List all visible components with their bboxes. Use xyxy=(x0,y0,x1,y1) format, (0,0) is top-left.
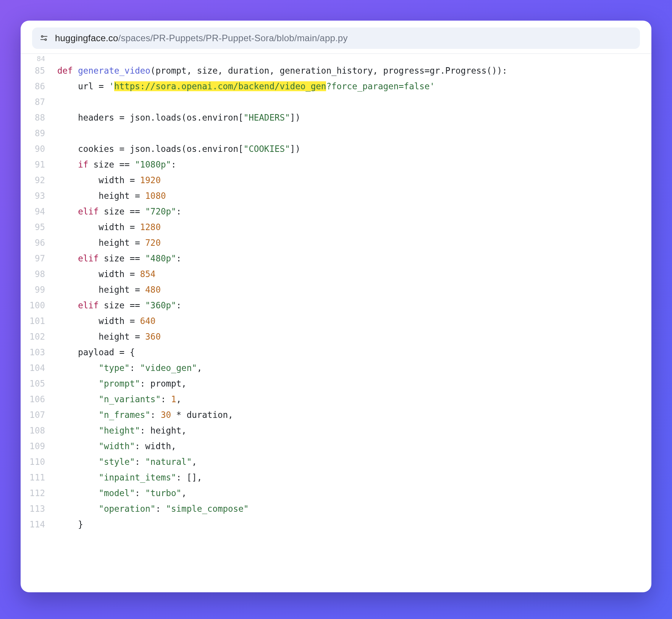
line-number: 110 xyxy=(21,454,47,470)
code-content: width = 1280 xyxy=(47,219,161,235)
code-line: 112 "model": "turbo", xyxy=(21,485,651,501)
code-content: height = 720 xyxy=(47,235,161,251)
code-content: "operation": "simple_compose" xyxy=(47,501,249,517)
code-line: 95 width = 1280 xyxy=(21,219,651,235)
code-content: "width": width, xyxy=(47,438,176,454)
line-number: 92 xyxy=(21,172,47,188)
line-number: 100 xyxy=(21,298,47,313)
code-viewer[interactable]: 8485def generate_video(prompt, size, dur… xyxy=(21,53,651,592)
code-line: 90 cookies = json.loads(os.environ["COOK… xyxy=(21,141,651,157)
line-number: 93 xyxy=(21,188,47,204)
code-content: def generate_video(prompt, size, duratio… xyxy=(47,63,507,79)
line-number: 112 xyxy=(21,485,47,501)
code-content: elif size == "480p": xyxy=(47,251,181,266)
code-line: 86 url = 'https://sora.openai.com/backen… xyxy=(21,79,651,94)
code-line: 94 elif size == "720p": xyxy=(21,204,651,219)
line-number: 101 xyxy=(21,313,47,329)
code-line: 114 } xyxy=(21,517,651,532)
code-line: 110 "style": "natural", xyxy=(21,454,651,470)
line-number: 95 xyxy=(21,219,47,235)
code-line: 100 elif size == "360p": xyxy=(21,298,651,313)
code-content: url = 'https://sora.openai.com/backend/v… xyxy=(47,79,435,94)
line-number: 88 xyxy=(21,110,47,126)
line-number: 107 xyxy=(21,407,47,423)
code-line: 87 xyxy=(21,94,651,110)
url-bar[interactable]: huggingface.co/spaces/PR-Puppets/PR-Pupp… xyxy=(32,27,640,49)
code-line: 84 xyxy=(21,55,651,63)
code-line: 106 "n_variants": 1, xyxy=(21,392,651,407)
line-number: 105 xyxy=(21,376,47,392)
code-content: "prompt": prompt, xyxy=(47,376,187,392)
code-content: elif size == "360p": xyxy=(47,298,181,313)
code-content: cookies = json.loads(os.environ["COOKIES… xyxy=(47,141,300,157)
code-content: "inpaint_items": [], xyxy=(47,470,202,485)
line-number: 104 xyxy=(21,360,47,376)
code-line: 96 height = 720 xyxy=(21,235,651,251)
line-number: 106 xyxy=(21,392,47,407)
code-content: "type": "video_gen", xyxy=(47,360,202,376)
code-content: "n_frames": 30 * duration, xyxy=(47,407,233,423)
line-number: 103 xyxy=(21,345,47,360)
code-content: if size == "1080p": xyxy=(47,157,176,172)
line-number: 89 xyxy=(21,126,47,141)
line-number: 109 xyxy=(21,438,47,454)
code-line: 97 elif size == "480p": xyxy=(21,251,651,266)
code-content: height = 1080 xyxy=(47,188,166,204)
url-bar-container: huggingface.co/spaces/PR-Puppets/PR-Pupp… xyxy=(21,21,651,53)
code-line: 105 "prompt": prompt, xyxy=(21,376,651,392)
url-text[interactable]: huggingface.co/spaces/PR-Puppets/PR-Pupp… xyxy=(55,33,348,44)
code-line: 108 "height": height, xyxy=(21,423,651,438)
code-content: headers = json.loads(os.environ["HEADERS… xyxy=(47,110,300,126)
code-line: 88 headers = json.loads(os.environ["HEAD… xyxy=(21,110,651,126)
code-line: 101 width = 640 xyxy=(21,313,651,329)
line-number: 102 xyxy=(21,329,47,345)
url-host: huggingface.co xyxy=(55,33,118,43)
code-content: "style": "natural", xyxy=(47,454,197,470)
line-number: 91 xyxy=(21,157,47,172)
code-content: width = 640 xyxy=(47,313,155,329)
code-content: height = 480 xyxy=(47,282,161,298)
line-number: 99 xyxy=(21,282,47,298)
line-number: 108 xyxy=(21,423,47,438)
line-number: 86 xyxy=(21,79,47,94)
code-line: 99 height = 480 xyxy=(21,282,651,298)
code-content: } xyxy=(47,517,83,532)
code-line: 93 height = 1080 xyxy=(21,188,651,204)
code-line: 103 payload = { xyxy=(21,345,651,360)
code-line: 109 "width": width, xyxy=(21,438,651,454)
code-line: 102 height = 360 xyxy=(21,329,651,345)
svg-point-2 xyxy=(45,39,46,40)
code-line: 98 width = 854 xyxy=(21,266,651,282)
line-number: 84 xyxy=(21,55,47,63)
line-number: 85 xyxy=(21,63,47,79)
code-content: "model": "turbo", xyxy=(47,485,187,501)
code-line: 89 xyxy=(21,126,651,141)
code-line: 92 width = 1920 xyxy=(21,172,651,188)
site-settings-icon[interactable] xyxy=(39,34,49,43)
line-number: 111 xyxy=(21,470,47,485)
browser-window: huggingface.co/spaces/PR-Puppets/PR-Pupp… xyxy=(21,21,651,592)
code-line: 91 if size == "1080p": xyxy=(21,157,651,172)
code-content: payload = { xyxy=(47,345,135,360)
line-number: 90 xyxy=(21,141,47,157)
code-line: 113 "operation": "simple_compose" xyxy=(21,501,651,517)
code-content: width = 1920 xyxy=(47,172,161,188)
line-number: 96 xyxy=(21,235,47,251)
code-content: height = 360 xyxy=(47,329,161,345)
code-line: 104 "type": "video_gen", xyxy=(21,360,651,376)
line-number: 114 xyxy=(21,517,47,532)
code-content: elif size == "720p": xyxy=(47,204,181,219)
code-content: "n_variants": 1, xyxy=(47,392,181,407)
code-line: 111 "inpaint_items": [], xyxy=(21,470,651,485)
line-number: 113 xyxy=(21,501,47,517)
code-content: "height": height, xyxy=(47,423,187,438)
code-content: width = 854 xyxy=(47,266,155,282)
code-line: 85def generate_video(prompt, size, durat… xyxy=(21,63,651,79)
url-path: /spaces/PR-Puppets/PR-Puppet-Sora/blob/m… xyxy=(118,33,348,43)
line-number: 97 xyxy=(21,251,47,266)
svg-point-0 xyxy=(41,35,43,37)
line-number: 87 xyxy=(21,94,47,110)
code-line: 107 "n_frames": 30 * duration, xyxy=(21,407,651,423)
line-number: 94 xyxy=(21,204,47,219)
line-number: 98 xyxy=(21,266,47,282)
